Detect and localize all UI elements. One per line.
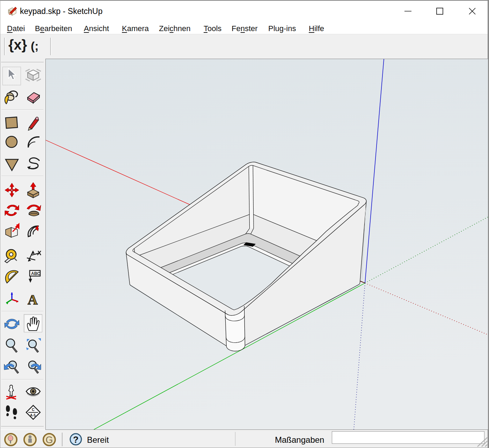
svg-text:G: G (45, 435, 53, 445)
svg-text:?: ? (73, 434, 79, 445)
svg-text:A: A (28, 292, 38, 307)
svg-text:A-5: A-5 (30, 413, 36, 417)
svg-text:ABC: ABC (31, 271, 40, 276)
svg-text:C: C (32, 407, 35, 412)
